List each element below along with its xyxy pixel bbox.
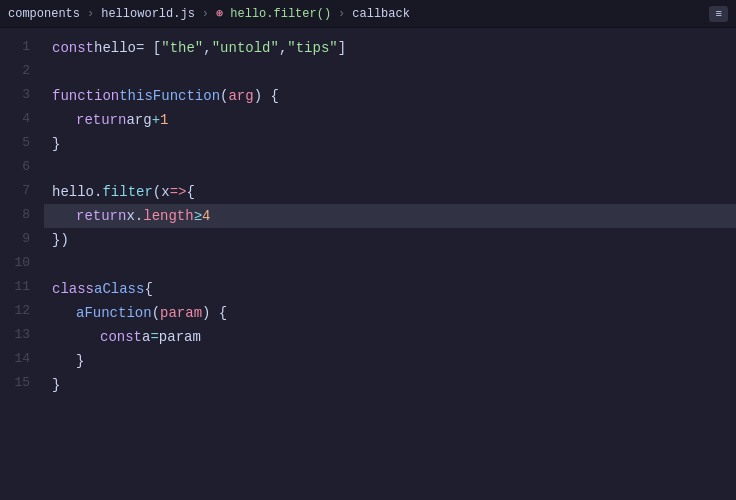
code-line-11: class aClass { <box>44 277 736 301</box>
code-line-14: } <box>44 349 736 373</box>
code-line-2 <box>44 60 736 84</box>
code-line-8: return x.length ≥ 4 <box>44 204 736 228</box>
code-line-6 <box>44 156 736 180</box>
code-line-1: const hello = ["the", "untold", "tips"] <box>44 36 736 60</box>
code-line-13: const a = param <box>44 325 736 349</box>
code-content[interactable]: const hello = ["the", "untold", "tips"]f… <box>40 28 736 500</box>
code-line-7: hello.filter(x => { <box>44 180 736 204</box>
breadcrumb-method[interactable]: hello.filter() <box>230 7 331 21</box>
filter-icon: ⊛ <box>216 6 223 21</box>
menu-icon[interactable]: ≡ <box>709 6 728 22</box>
code-line-9: }) <box>44 228 736 252</box>
code-line-15: } <box>44 373 736 397</box>
code-line-12: aFunction(param) { <box>44 301 736 325</box>
code-editor: 123456789101112131415 const hello = ["th… <box>0 28 736 500</box>
code-line-10 <box>44 253 736 277</box>
line-numbers: 123456789101112131415 <box>0 28 40 500</box>
breadcrumb-callback: callback <box>352 7 410 21</box>
code-line-3: function thisFunction(arg) { <box>44 84 736 108</box>
code-line-4: return arg + 1 <box>44 108 736 132</box>
tab-bar: components › helloworld.js › ⊛ hello.fil… <box>0 0 736 28</box>
breadcrumb-components[interactable]: components <box>8 7 80 21</box>
breadcrumb-file[interactable]: helloworld.js <box>101 7 195 21</box>
code-line-5: } <box>44 132 736 156</box>
